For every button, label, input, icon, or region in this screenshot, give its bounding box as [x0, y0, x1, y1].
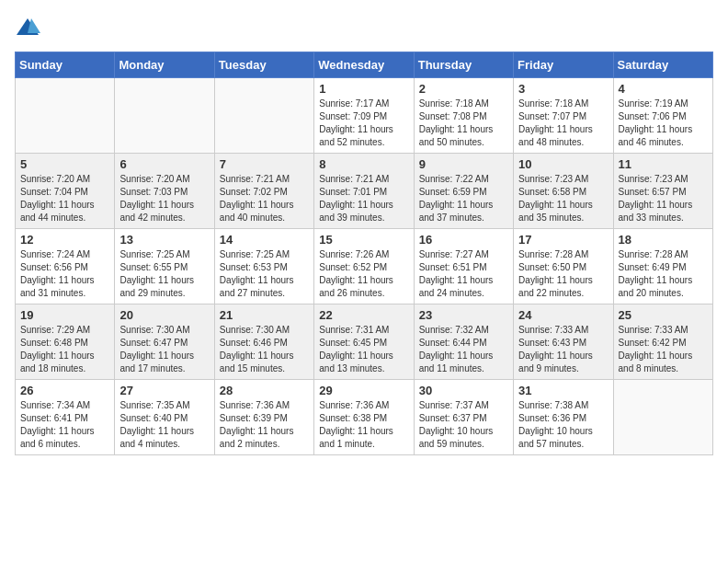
- logo-icon: [15, 15, 40, 40]
- day-number: 14: [220, 233, 309, 247]
- day-info: Sunrise: 7:19 AM Sunset: 7:06 PM Dayligh…: [619, 98, 708, 149]
- calendar-cell: 31Sunrise: 7:38 AM Sunset: 6:36 PM Dayli…: [514, 380, 613, 455]
- calendar-cell: 12Sunrise: 7:24 AM Sunset: 6:56 PM Dayli…: [16, 229, 115, 304]
- calendar-header-thursday: Thursday: [414, 52, 513, 78]
- day-number: 3: [518, 82, 608, 96]
- day-number: 23: [419, 308, 508, 322]
- calendar-cell: 13Sunrise: 7:25 AM Sunset: 6:55 PM Dayli…: [115, 229, 214, 304]
- day-number: 15: [319, 233, 408, 247]
- calendar-header-sunday: Sunday: [16, 52, 115, 78]
- calendar-cell: 3Sunrise: 7:18 AM Sunset: 7:07 PM Daylig…: [514, 78, 613, 154]
- calendar-cell: 20Sunrise: 7:30 AM Sunset: 6:47 PM Dayli…: [115, 304, 214, 380]
- day-info: Sunrise: 7:30 AM Sunset: 6:47 PM Dayligh…: [119, 324, 209, 375]
- calendar-cell: 5Sunrise: 7:20 AM Sunset: 7:04 PM Daylig…: [16, 154, 115, 229]
- calendar-week-row: 5Sunrise: 7:20 AM Sunset: 7:04 PM Daylig…: [16, 154, 713, 229]
- day-info: Sunrise: 7:36 AM Sunset: 6:39 PM Dayligh…: [220, 399, 309, 451]
- day-number: 19: [20, 308, 109, 322]
- calendar-cell: 1Sunrise: 7:17 AM Sunset: 7:09 PM Daylig…: [314, 78, 414, 154]
- day-number: 8: [319, 157, 408, 171]
- calendar-cell: 21Sunrise: 7:30 AM Sunset: 6:46 PM Dayli…: [214, 304, 313, 380]
- day-info: Sunrise: 7:20 AM Sunset: 7:03 PM Dayligh…: [119, 173, 209, 224]
- day-number: 27: [119, 384, 209, 397]
- calendar-cell: 26Sunrise: 7:34 AM Sunset: 6:41 PM Dayli…: [16, 380, 115, 455]
- day-info: Sunrise: 7:32 AM Sunset: 6:44 PM Dayligh…: [419, 324, 508, 375]
- calendar-cell: 7Sunrise: 7:21 AM Sunset: 7:02 PM Daylig…: [214, 154, 313, 229]
- day-info: Sunrise: 7:20 AM Sunset: 7:04 PM Dayligh…: [20, 173, 109, 224]
- day-info: Sunrise: 7:29 AM Sunset: 6:48 PM Dayligh…: [20, 324, 109, 375]
- calendar-cell: 17Sunrise: 7:28 AM Sunset: 6:50 PM Dayli…: [514, 229, 613, 304]
- day-info: Sunrise: 7:21 AM Sunset: 7:02 PM Dayligh…: [220, 173, 309, 224]
- day-info: Sunrise: 7:33 AM Sunset: 6:43 PM Dayligh…: [518, 324, 608, 375]
- day-info: Sunrise: 7:28 AM Sunset: 6:49 PM Dayligh…: [619, 248, 708, 300]
- calendar-cell: 4Sunrise: 7:19 AM Sunset: 7:06 PM Daylig…: [613, 78, 712, 154]
- day-number: 29: [319, 384, 408, 397]
- calendar-week-row: 26Sunrise: 7:34 AM Sunset: 6:41 PM Dayli…: [16, 380, 713, 455]
- day-number: 4: [619, 82, 708, 96]
- calendar-cell: 23Sunrise: 7:32 AM Sunset: 6:44 PM Dayli…: [414, 304, 513, 380]
- day-number: 11: [619, 157, 708, 171]
- calendar-cell: 14Sunrise: 7:25 AM Sunset: 6:53 PM Dayli…: [214, 229, 313, 304]
- calendar-cell: 24Sunrise: 7:33 AM Sunset: 6:43 PM Dayli…: [514, 304, 613, 380]
- calendar-cell: 11Sunrise: 7:23 AM Sunset: 6:57 PM Dayli…: [613, 154, 712, 229]
- calendar-week-row: 19Sunrise: 7:29 AM Sunset: 6:48 PM Dayli…: [16, 304, 713, 380]
- day-number: 31: [518, 384, 608, 397]
- day-number: 17: [518, 233, 608, 247]
- day-info: Sunrise: 7:33 AM Sunset: 6:42 PM Dayligh…: [619, 324, 708, 375]
- day-number: 9: [419, 157, 508, 171]
- day-number: 25: [619, 308, 708, 322]
- day-info: Sunrise: 7:30 AM Sunset: 6:46 PM Dayligh…: [220, 324, 309, 375]
- calendar-week-row: 1Sunrise: 7:17 AM Sunset: 7:09 PM Daylig…: [16, 78, 713, 154]
- day-number: 2: [419, 82, 508, 96]
- day-number: 5: [20, 157, 109, 171]
- day-number: 16: [419, 233, 508, 247]
- calendar-cell: 27Sunrise: 7:35 AM Sunset: 6:40 PM Dayli…: [115, 380, 214, 455]
- day-info: Sunrise: 7:23 AM Sunset: 6:58 PM Dayligh…: [518, 173, 608, 224]
- day-info: Sunrise: 7:23 AM Sunset: 6:57 PM Dayligh…: [619, 173, 708, 224]
- calendar-cell: 8Sunrise: 7:21 AM Sunset: 7:01 PM Daylig…: [314, 154, 414, 229]
- day-number: 1: [319, 82, 408, 96]
- calendar-week-row: 12Sunrise: 7:24 AM Sunset: 6:56 PM Dayli…: [16, 229, 713, 304]
- day-number: 12: [20, 233, 109, 247]
- calendar-cell: 22Sunrise: 7:31 AM Sunset: 6:45 PM Dayli…: [314, 304, 414, 380]
- calendar-cell: [16, 78, 115, 154]
- calendar-cell: 16Sunrise: 7:27 AM Sunset: 6:51 PM Dayli…: [414, 229, 513, 304]
- day-number: 22: [319, 308, 408, 322]
- calendar-cell: 2Sunrise: 7:18 AM Sunset: 7:08 PM Daylig…: [414, 78, 513, 154]
- day-info: Sunrise: 7:21 AM Sunset: 7:01 PM Dayligh…: [319, 173, 408, 224]
- calendar-cell: 28Sunrise: 7:36 AM Sunset: 6:39 PM Dayli…: [214, 380, 313, 455]
- calendar-cell: 15Sunrise: 7:26 AM Sunset: 6:52 PM Dayli…: [314, 229, 414, 304]
- day-info: Sunrise: 7:37 AM Sunset: 6:37 PM Dayligh…: [419, 399, 508, 451]
- day-info: Sunrise: 7:36 AM Sunset: 6:38 PM Dayligh…: [319, 399, 408, 451]
- day-info: Sunrise: 7:38 AM Sunset: 6:36 PM Dayligh…: [518, 399, 608, 451]
- calendar-cell: [115, 78, 214, 154]
- day-info: Sunrise: 7:28 AM Sunset: 6:50 PM Dayligh…: [518, 248, 608, 300]
- calendar-cell: [613, 380, 712, 455]
- day-info: Sunrise: 7:26 AM Sunset: 6:52 PM Dayligh…: [319, 248, 408, 300]
- day-info: Sunrise: 7:35 AM Sunset: 6:40 PM Dayligh…: [119, 399, 209, 451]
- calendar-cell: 9Sunrise: 7:22 AM Sunset: 6:59 PM Daylig…: [414, 154, 513, 229]
- day-info: Sunrise: 7:22 AM Sunset: 6:59 PM Dayligh…: [419, 173, 508, 224]
- day-number: 20: [119, 308, 209, 322]
- day-number: 6: [119, 157, 209, 171]
- svg-marker-1: [28, 18, 40, 33]
- day-number: 24: [518, 308, 608, 322]
- day-info: Sunrise: 7:27 AM Sunset: 6:51 PM Dayligh…: [419, 248, 508, 300]
- calendar-cell: 29Sunrise: 7:36 AM Sunset: 6:38 PM Dayli…: [314, 380, 414, 455]
- day-info: Sunrise: 7:25 AM Sunset: 6:55 PM Dayligh…: [119, 248, 209, 300]
- calendar-cell: 30Sunrise: 7:37 AM Sunset: 6:37 PM Dayli…: [414, 380, 513, 455]
- day-number: 28: [220, 384, 309, 397]
- calendar-header-friday: Friday: [514, 52, 613, 78]
- day-number: 21: [220, 308, 309, 322]
- day-info: Sunrise: 7:31 AM Sunset: 6:45 PM Dayligh…: [319, 324, 408, 375]
- calendar-header-row: SundayMondayTuesdayWednesdayThursdayFrid…: [16, 52, 713, 78]
- calendar-table: SundayMondayTuesdayWednesdayThursdayFrid…: [15, 52, 713, 455]
- calendar-cell: 25Sunrise: 7:33 AM Sunset: 6:42 PM Dayli…: [613, 304, 712, 380]
- calendar-cell: 10Sunrise: 7:23 AM Sunset: 6:58 PM Dayli…: [514, 154, 613, 229]
- calendar-cell: 19Sunrise: 7:29 AM Sunset: 6:48 PM Dayli…: [16, 304, 115, 380]
- calendar-cell: [214, 78, 313, 154]
- logo: [15, 15, 44, 40]
- day-info: Sunrise: 7:34 AM Sunset: 6:41 PM Dayligh…: [20, 399, 109, 451]
- calendar-cell: 18Sunrise: 7:28 AM Sunset: 6:49 PM Dayli…: [613, 229, 712, 304]
- calendar-header-saturday: Saturday: [613, 52, 712, 78]
- day-info: Sunrise: 7:18 AM Sunset: 7:08 PM Dayligh…: [419, 98, 508, 149]
